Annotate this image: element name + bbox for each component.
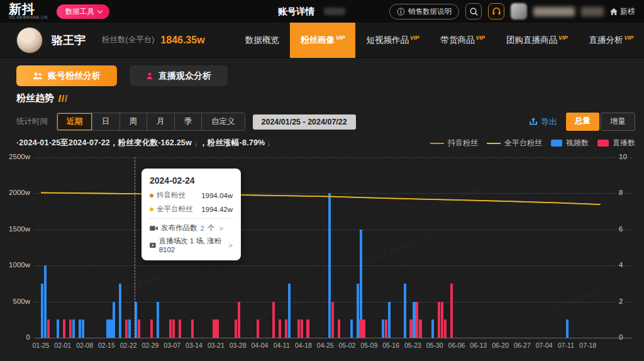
- nav-tab-粉丝画像[interactable]: 粉丝画像VIP: [290, 23, 356, 58]
- time-filter-3[interactable]: 月: [147, 113, 175, 130]
- fans-count-value: 1846.35w: [160, 35, 204, 46]
- nav-tab-label: 团购直播商品: [506, 35, 557, 46]
- newrank-home-link[interactable]: 新榜: [610, 6, 635, 17]
- tooltip-value: 1994.42w: [201, 206, 233, 213]
- sales-data-info-label: 销售数据说明: [408, 7, 452, 16]
- legend-item: 全平台粉丝: [487, 138, 542, 148]
- nav-tab-数据概览[interactable]: 数据概览: [235, 23, 290, 58]
- summary-separator: ，: [199, 138, 208, 148]
- y-axis-label-left: 2500w: [3, 153, 30, 160]
- x-axis-labels: 01-2502-0102-0802-1502-2202-2903-0703-14…: [35, 342, 632, 352]
- legend-swatch: [551, 140, 562, 147]
- logo-title: 新抖: [9, 3, 48, 15]
- y-axis-label-left: 2000w: [3, 189, 30, 196]
- filter-row: 统计时间 近期日周月季自定义 2024/01/25 - 2024/07/22 导…: [16, 113, 635, 131]
- account-bar: 骆王宇 粉丝数(全平台) 1846.35w 数据概览粉丝画像VIP短视频作品VI…: [0, 23, 644, 58]
- tab-live-audience-analysis[interactable]: 直播观众分析: [130, 65, 228, 86]
- tab-account-fan-analysis[interactable]: 账号粉丝分析: [16, 65, 117, 86]
- user-avatar[interactable]: [511, 3, 527, 19]
- nav-tab-带货商品[interactable]: 带货商品VIP: [430, 23, 496, 58]
- y-axis-label-left: 0: [3, 333, 30, 341]
- y-axis-label-left: 1500w: [3, 225, 30, 233]
- page-title: 账号详情: [278, 6, 314, 18]
- search-icon: [469, 7, 479, 16]
- export-button[interactable]: 导出: [529, 116, 557, 128]
- y-axis-label-right: 10: [619, 153, 627, 160]
- nav-tab-label: 短视频作品: [366, 35, 409, 46]
- title-accent-icon: [58, 95, 68, 102]
- y-axis-label-right: 2: [619, 297, 623, 305]
- fans-count-label: 粉丝数(全平台): [102, 35, 154, 45]
- nav-tab-直播分析[interactable]: 直播分析VIP: [578, 23, 644, 58]
- series-dot: [150, 208, 153, 211]
- legend-swatch: [430, 143, 444, 144]
- nav-tab-label: 粉丝画像: [301, 35, 335, 46]
- home-link-label: 新榜: [620, 6, 635, 17]
- chart-plot-area[interactable]: XD.NEWRANK.CNXD.NEWRANK.CNXD.NEWRANK.CNX…: [35, 157, 632, 338]
- tooltip-value: 1994.04w: [201, 192, 233, 199]
- toggle-delta[interactable]: 增量: [601, 113, 635, 131]
- account-nav: 数据概览粉丝画像VIP短视频作品VIP带货商品VIP团购直播商品VIP直播分析V…: [235, 23, 644, 58]
- down-arrow-icon: ↓: [267, 139, 270, 148]
- people-icon: [33, 72, 43, 80]
- tooltip-divider: [150, 218, 233, 219]
- section-title: 粉丝趋势: [16, 92, 54, 104]
- nav-tab-团购直播商品[interactable]: 团购直播商品VIP: [496, 23, 579, 58]
- time-filter-0[interactable]: 近期: [57, 113, 92, 130]
- time-filter-4[interactable]: 季: [175, 113, 203, 130]
- time-filter-2[interactable]: 周: [120, 113, 148, 130]
- tooltip-row-douyin: 抖音粉丝 1994.04w: [150, 191, 233, 200]
- y-axis-label-right: 4: [619, 261, 623, 269]
- main-content: 账号粉丝分析 直播观众分析 粉丝趋势 统计时间 近期日周月季自定义 2024/0…: [0, 65, 644, 353]
- summary-rate: 粉丝涨幅-8.79%: [208, 138, 265, 148]
- nav-tab-label: 直播分析: [589, 35, 623, 46]
- summary-change: 粉丝变化数-162.25w: [118, 138, 192, 148]
- logo-subtitle: XD.NEWRANK.CN: [9, 16, 48, 20]
- person-icon: [146, 72, 153, 80]
- vip-badge: VIP: [336, 35, 345, 41]
- works-unit: 个: [208, 223, 215, 233]
- time-filter-1[interactable]: 日: [92, 113, 120, 130]
- home-icon: [610, 8, 618, 15]
- tooltip-works-link[interactable]: 发布作品数2个 >: [150, 223, 233, 233]
- support-button[interactable]: [488, 3, 504, 19]
- date-range-picker[interactable]: 2024/01/25 - 2024/07/22: [253, 114, 356, 130]
- arrow-right-icon: >: [219, 225, 223, 232]
- search-button[interactable]: [465, 3, 482, 19]
- account-name: 骆王宇: [52, 33, 86, 48]
- legend-item: 抖音粉丝: [430, 138, 478, 148]
- redacted-username: [533, 7, 575, 16]
- tooltip-label: 全平台粉丝: [157, 204, 193, 214]
- nav-tab-短视频作品[interactable]: 短视频作品VIP: [355, 23, 430, 58]
- stat-time-label: 统计时间: [16, 116, 48, 127]
- chevron-down-icon: [97, 8, 103, 13]
- legend-label: 直播数: [613, 138, 635, 148]
- sales-data-info-button[interactable]: 销售数据说明: [389, 4, 459, 19]
- toggle-total[interactable]: 总量: [566, 113, 599, 131]
- tooltip-live-link[interactable]: 直播场次 1 场, 涨粉 8102 >: [150, 236, 233, 253]
- data-tools-button[interactable]: 数据工具: [57, 4, 109, 19]
- nav-tab-label: 带货商品: [440, 35, 474, 46]
- top-header: 新抖 XD.NEWRANK.CN 数据工具 账号详情 销售数据说明 新榜: [0, 0, 644, 23]
- down-arrow-icon: ↓: [194, 139, 197, 148]
- time-range-segmented-control: 近期日周月季自定义: [57, 113, 245, 131]
- series-dot: [150, 194, 153, 197]
- legend-label: 抖音粉丝: [448, 138, 478, 148]
- total-delta-toggle: 总量 增量: [566, 113, 635, 131]
- export-icon: [529, 118, 538, 126]
- info-icon: [397, 8, 405, 16]
- chart-legend: 抖音粉丝全平台粉丝视频数直播数: [430, 138, 635, 148]
- live-text: 直播场次 1 场, 涨粉 8102: [159, 236, 225, 253]
- time-filter-5[interactable]: 自定义: [202, 113, 245, 130]
- legend-item: 视频数: [551, 138, 589, 148]
- app-logo[interactable]: 新抖 XD.NEWRANK.CN: [9, 3, 48, 20]
- live-video-icon: [150, 242, 156, 248]
- y-axis-label-left: 500w: [3, 297, 30, 305]
- redacted-text: [324, 8, 345, 15]
- nav-tab-label: 数据概览: [245, 35, 279, 46]
- vip-badge: VIP: [475, 35, 485, 41]
- line-全平台粉丝: [41, 192, 601, 204]
- redacted-badge: [581, 7, 604, 16]
- legend-swatch: [597, 140, 609, 147]
- legend-swatch: [487, 143, 501, 144]
